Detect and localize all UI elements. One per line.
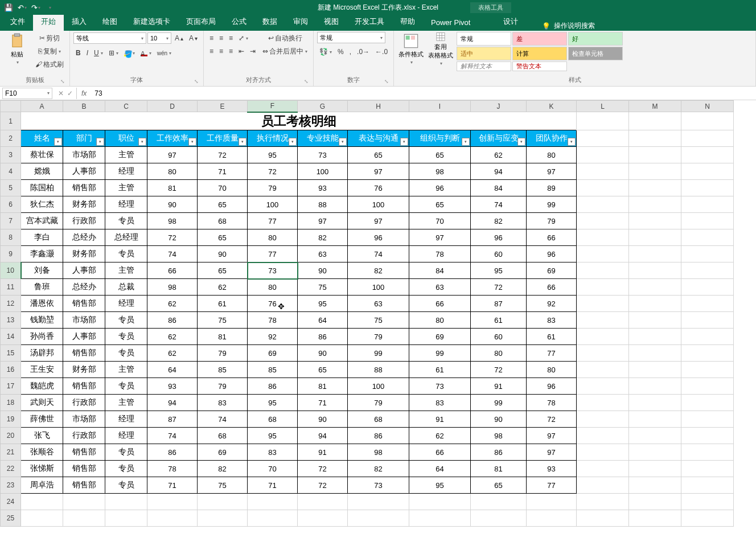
tab-数据[interactable]: 数据 [254,13,285,31]
cell-N19[interactable] [681,411,734,428]
cell-B20[interactable]: 行政部 [63,428,105,444]
cell-M22[interactable] [629,461,681,477]
bold-button[interactable]: B [73,47,83,59]
cell-A23[interactable]: 周卓浩 [21,477,63,494]
cell-C15[interactable]: 专员 [105,345,147,362]
cell-C20[interactable]: 经理 [105,428,147,444]
row-header-11[interactable]: 11 [1,279,21,296]
cell-L1[interactable] [577,112,629,130]
cell-K3[interactable]: 80 [527,147,577,163]
style-check[interactable]: 检查单元格 [568,47,623,60]
col-header-M[interactable]: M [629,101,681,112]
cell-J23[interactable]: 65 [471,477,527,494]
cell-G5[interactable]: 93 [298,180,348,196]
cell-G9[interactable]: 63 [298,246,348,262]
cell-N3[interactable] [681,147,734,163]
filter-button[interactable]: ▾ [54,138,62,146]
cell-I17[interactable]: 73 [409,378,471,395]
cell-D9[interactable]: 74 [147,246,198,262]
cell-K5[interactable]: 89 [527,180,577,196]
cell-M3[interactable] [629,147,681,163]
cell-M6[interactable] [629,196,681,213]
cell-J21[interactable]: 86 [471,444,527,461]
style-explain[interactable]: 解释性文本 [457,61,511,71]
cell-L17[interactable] [577,378,629,395]
cell-G16[interactable]: 65 [298,362,348,378]
cell-J5[interactable]: 84 [471,180,527,196]
cell-A25[interactable] [21,510,63,527]
cell-C18[interactable]: 主管 [105,395,147,411]
cell-K12[interactable]: 92 [527,296,577,312]
tab-插入[interactable]: 插入 [64,13,94,31]
cell-H2[interactable]: 表达与沟通▾ [348,130,409,147]
cell-F2[interactable]: 执行情况▾ [248,130,298,147]
cell-D5[interactable]: 81 [147,180,198,196]
cell-N9[interactable] [681,246,734,262]
align-left-button[interactable]: ≡ [207,45,216,58]
qat-customize-icon[interactable]: ▾ [43,1,56,14]
cell-H6[interactable]: 100 [348,196,409,213]
cell-H19[interactable]: 68 [348,411,409,428]
cell-E2[interactable]: 工作质量▾ [198,130,248,147]
cell-F5[interactable]: 79 [248,180,298,196]
cell-H5[interactable]: 76 [348,180,409,196]
cell-E7[interactable]: 68 [198,213,248,229]
col-header-K[interactable]: K [527,101,577,112]
cell-F22[interactable]: 70 [248,461,298,477]
col-header-I[interactable]: I [409,101,471,112]
cell-H11[interactable]: 100 [348,279,409,296]
cell-C2[interactable]: 职位▾ [105,130,147,147]
cell-A2[interactable]: 姓名▾ [21,130,63,147]
cell-G6[interactable]: 88 [298,196,348,213]
cell-N17[interactable] [681,378,734,395]
filter-button[interactable]: ▾ [138,138,146,146]
cell-M9[interactable] [629,246,681,262]
cell-M12[interactable] [629,296,681,312]
row-header-3[interactable]: 3 [1,147,21,163]
cell-A8[interactable]: 李白 [21,229,63,246]
cell-D23[interactable]: 71 [147,477,198,494]
cell-C21[interactable]: 专员 [105,444,147,461]
row-header-4[interactable]: 4 [1,163,21,180]
cell-G4[interactable]: 100 [298,163,348,180]
filter-button[interactable]: ▾ [462,138,470,146]
fx-icon[interactable]: fx [77,89,91,97]
cell-F16[interactable]: 85 [248,362,298,378]
cell-M5[interactable] [629,180,681,196]
row-header-19[interactable]: 19 [1,411,21,428]
row-header-16[interactable]: 16 [1,362,21,378]
cell-D21[interactable]: 86 [147,444,198,461]
cell-K19[interactable]: 72 [527,411,577,428]
cell-C13[interactable]: 专员 [105,312,147,329]
cell-A24[interactable] [21,494,63,510]
style-calc[interactable]: 计算 [512,47,567,60]
cell-F23[interactable]: 71 [248,477,298,494]
cell-A10[interactable]: 刘备 [21,262,63,279]
cell-H24[interactable] [348,494,409,510]
cell-L19[interactable] [577,411,629,428]
cut-button[interactable]: ✂剪切 [33,32,66,44]
cell-M15[interactable] [629,345,681,362]
cell-I12[interactable]: 66 [409,296,471,312]
cell-N16[interactable] [681,362,734,378]
cell-L3[interactable] [577,147,629,163]
style-good[interactable]: 好 [568,32,623,46]
row-header-8[interactable]: 8 [1,229,21,246]
cell-M2[interactable] [629,130,681,147]
cell-G3[interactable]: 73 [298,147,348,163]
cell-M23[interactable] [629,477,681,494]
cell-K2[interactable]: 团队协作▾ [527,130,577,147]
cell-I21[interactable]: 66 [409,444,471,461]
row-header-21[interactable]: 21 [1,444,21,461]
fill-color-button[interactable]: 🪣▾ [122,47,137,59]
wrap-text-button[interactable]: ↩自动换行 [260,32,310,44]
cell-C16[interactable]: 主管 [105,362,147,378]
cell-A11[interactable]: 鲁班 [21,279,63,296]
cell-J24[interactable] [471,494,527,510]
cell-B3[interactable]: 市场部 [63,147,105,163]
cell-G25[interactable] [298,510,348,527]
cell-A7[interactable]: 宫本武藏 [21,213,63,229]
col-header-F[interactable]: F [248,101,298,112]
style-warn[interactable]: 警告文本 [512,61,567,71]
cell-K16[interactable]: 80 [527,362,577,378]
